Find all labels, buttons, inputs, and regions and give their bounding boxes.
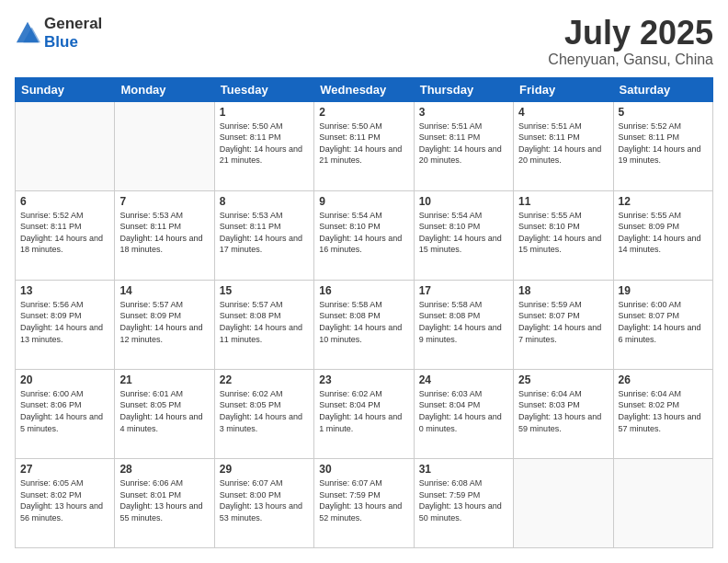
page: General Blue July 2025 Chenyuan, Gansu, … [0, 0, 728, 563]
day-info: Sunrise: 5:52 AMSunset: 8:11 PMDaylight:… [619, 121, 708, 167]
day-number: 22 [220, 373, 309, 386]
day-number: 15 [220, 284, 309, 297]
weekday-header: Tuesday [214, 77, 313, 101]
day-info: Sunrise: 5:57 AMSunset: 8:09 PMDaylight:… [119, 299, 209, 345]
day-number: 20 [20, 373, 109, 386]
calendar-cell: 14Sunrise: 5:57 AMSunset: 8:09 PMDayligh… [115, 280, 214, 369]
day-info: Sunrise: 5:50 AMSunset: 8:11 PMDaylight:… [220, 121, 309, 167]
calendar-cell: 21Sunrise: 6:01 AMSunset: 8:05 PMDayligh… [115, 369, 214, 458]
calendar-cell: 31Sunrise: 6:08 AMSunset: 7:59 PMDayligh… [414, 458, 513, 547]
logo-general: General [44, 15, 102, 33]
calendar-cell: 22Sunrise: 6:02 AMSunset: 8:05 PMDayligh… [214, 369, 313, 458]
calendar-cell: 9Sunrise: 5:54 AMSunset: 8:10 PMDaylight… [314, 190, 414, 280]
calendar-cell: 12Sunrise: 5:55 AMSunset: 8:09 PMDayligh… [613, 190, 712, 280]
day-number: 11 [518, 195, 608, 208]
calendar-cell [514, 458, 613, 547]
day-number: 3 [419, 106, 508, 119]
day-info: Sunrise: 5:55 AMSunset: 8:10 PMDaylight:… [518, 210, 608, 256]
calendar-cell: 24Sunrise: 6:03 AMSunset: 8:04 PMDayligh… [414, 369, 513, 458]
day-info: Sunrise: 5:53 AMSunset: 8:11 PMDaylight:… [119, 210, 209, 256]
day-info: Sunrise: 5:53 AMSunset: 8:11 PMDaylight:… [220, 210, 309, 256]
location-title: Chenyuan, Gansu, China [548, 52, 713, 68]
day-number: 7 [119, 195, 209, 208]
calendar-cell: 13Sunrise: 5:56 AMSunset: 8:09 PMDayligh… [16, 280, 115, 369]
day-info: Sunrise: 6:08 AMSunset: 7:59 PMDaylight:… [419, 477, 508, 523]
calendar-cell: 4Sunrise: 5:51 AMSunset: 8:11 PMDaylight… [514, 101, 613, 190]
day-number: 9 [319, 195, 408, 208]
calendar-cell: 8Sunrise: 5:53 AMSunset: 8:11 PMDaylight… [214, 190, 313, 280]
day-info: Sunrise: 5:50 AMSunset: 8:11 PMDaylight:… [319, 121, 408, 167]
calendar-cell: 2Sunrise: 5:50 AMSunset: 8:11 PMDaylight… [314, 101, 414, 190]
day-number: 10 [419, 195, 508, 208]
day-number: 21 [119, 373, 209, 386]
calendar-cell: 1Sunrise: 5:50 AMSunset: 8:11 PMDaylight… [214, 101, 313, 190]
calendar-cell: 26Sunrise: 6:04 AMSunset: 8:02 PMDayligh… [613, 369, 712, 458]
day-number: 5 [619, 106, 708, 119]
calendar-cell [16, 101, 115, 190]
day-number: 30 [319, 463, 408, 476]
title-block: July 2025 Chenyuan, Gansu, China [548, 15, 713, 68]
day-info: Sunrise: 5:52 AMSunset: 8:11 PMDaylight:… [20, 210, 109, 256]
day-info: Sunrise: 6:03 AMSunset: 8:04 PMDaylight:… [419, 388, 508, 434]
day-info: Sunrise: 5:56 AMSunset: 8:09 PMDaylight:… [20, 299, 109, 345]
weekday-header: Friday [514, 77, 613, 101]
day-number: 19 [619, 284, 708, 297]
calendar-row: 6Sunrise: 5:52 AMSunset: 8:11 PMDaylight… [16, 190, 713, 280]
calendar-row: 1Sunrise: 5:50 AMSunset: 8:11 PMDaylight… [16, 101, 713, 190]
day-info: Sunrise: 5:58 AMSunset: 8:08 PMDaylight:… [419, 299, 508, 345]
calendar-cell: 5Sunrise: 5:52 AMSunset: 8:11 PMDaylight… [613, 101, 712, 190]
day-number: 31 [419, 463, 508, 476]
weekday-header: Monday [115, 77, 214, 101]
day-info: Sunrise: 6:00 AMSunset: 8:06 PMDaylight:… [20, 388, 109, 434]
day-info: Sunrise: 6:06 AMSunset: 8:01 PMDaylight:… [119, 477, 209, 523]
day-info: Sunrise: 6:05 AMSunset: 8:02 PMDaylight:… [20, 477, 109, 523]
day-info: Sunrise: 5:51 AMSunset: 8:11 PMDaylight:… [518, 121, 608, 167]
day-number: 23 [319, 373, 408, 386]
day-info: Sunrise: 5:54 AMSunset: 8:10 PMDaylight:… [419, 210, 508, 256]
day-number: 12 [619, 195, 708, 208]
calendar-row: 20Sunrise: 6:00 AMSunset: 8:06 PMDayligh… [16, 369, 713, 458]
day-number: 26 [619, 373, 708, 386]
day-number: 6 [20, 195, 109, 208]
logo: General Blue [15, 15, 102, 52]
day-info: Sunrise: 6:01 AMSunset: 8:05 PMDaylight:… [119, 388, 209, 434]
day-number: 8 [220, 195, 309, 208]
month-title: July 2025 [548, 15, 713, 52]
weekday-header: Sunday [16, 77, 115, 101]
calendar-cell: 28Sunrise: 6:06 AMSunset: 8:01 PMDayligh… [115, 458, 214, 547]
calendar-cell: 29Sunrise: 6:07 AMSunset: 8:00 PMDayligh… [214, 458, 313, 547]
calendar-row: 13Sunrise: 5:56 AMSunset: 8:09 PMDayligh… [16, 280, 713, 369]
calendar-cell: 10Sunrise: 5:54 AMSunset: 8:10 PMDayligh… [414, 190, 513, 280]
day-number: 29 [220, 463, 309, 476]
calendar-cell: 23Sunrise: 6:02 AMSunset: 8:04 PMDayligh… [314, 369, 414, 458]
calendar-cell: 6Sunrise: 5:52 AMSunset: 8:11 PMDaylight… [16, 190, 115, 280]
calendar-cell: 15Sunrise: 5:57 AMSunset: 8:08 PMDayligh… [214, 280, 313, 369]
day-number: 14 [119, 284, 209, 297]
day-number: 16 [319, 284, 408, 297]
day-info: Sunrise: 5:59 AMSunset: 8:07 PMDaylight:… [518, 299, 608, 345]
day-number: 2 [319, 106, 408, 119]
calendar-cell [115, 101, 214, 190]
calendar-cell: 11Sunrise: 5:55 AMSunset: 8:10 PMDayligh… [514, 190, 613, 280]
day-number: 4 [518, 106, 608, 119]
calendar-cell [613, 458, 712, 547]
day-number: 28 [119, 463, 209, 476]
weekday-header: Saturday [613, 77, 712, 101]
day-number: 13 [20, 284, 109, 297]
calendar-cell: 18Sunrise: 5:59 AMSunset: 8:07 PMDayligh… [514, 280, 613, 369]
calendar-cell: 17Sunrise: 5:58 AMSunset: 8:08 PMDayligh… [414, 280, 513, 369]
logo-icon [15, 20, 40, 46]
day-number: 17 [419, 284, 508, 297]
logo-blue: Blue [44, 33, 102, 52]
day-info: Sunrise: 5:57 AMSunset: 8:08 PMDaylight:… [220, 299, 309, 345]
day-info: Sunrise: 6:04 AMSunset: 8:02 PMDaylight:… [619, 388, 708, 434]
day-info: Sunrise: 6:04 AMSunset: 8:03 PMDaylight:… [518, 388, 608, 434]
header: General Blue July 2025 Chenyuan, Gansu, … [15, 15, 713, 68]
day-info: Sunrise: 6:00 AMSunset: 8:07 PMDaylight:… [619, 299, 708, 345]
calendar-body: 1Sunrise: 5:50 AMSunset: 8:11 PMDaylight… [16, 101, 713, 547]
weekday-header: Wednesday [314, 77, 414, 101]
day-number: 27 [20, 463, 109, 476]
calendar-cell: 30Sunrise: 6:07 AMSunset: 7:59 PMDayligh… [314, 458, 414, 547]
day-info: Sunrise: 5:55 AMSunset: 8:09 PMDaylight:… [619, 210, 708, 256]
calendar-table: SundayMondayTuesdayWednesdayThursdayFrid… [15, 77, 713, 548]
